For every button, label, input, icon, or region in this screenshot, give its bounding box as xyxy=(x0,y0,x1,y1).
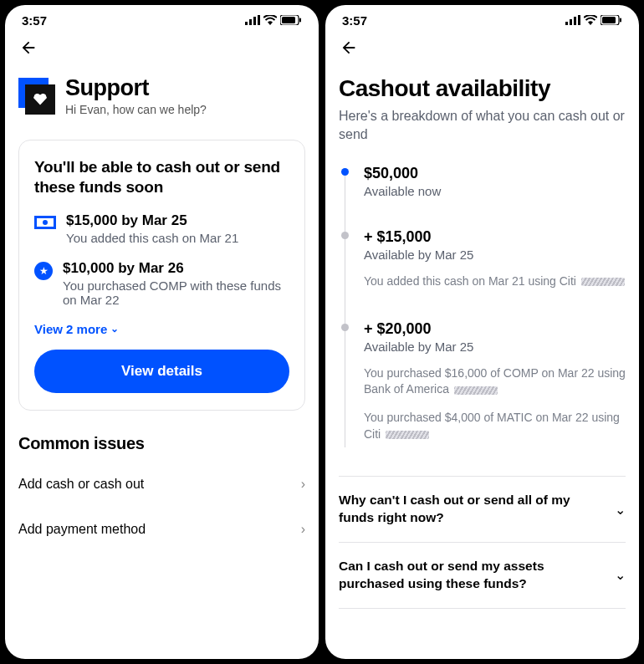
fund-headline: $10,000 by Mar 26 xyxy=(63,260,289,277)
faq-list: Why can't I cash out or send all of my f… xyxy=(339,476,626,609)
chevron-down-icon: ⌄ xyxy=(110,323,119,335)
fund-subtext: You added this cash on Mar 21 xyxy=(66,231,238,245)
support-heart-icon xyxy=(18,78,55,115)
svg-rect-13 xyxy=(620,18,621,23)
redacted-account-icon xyxy=(386,431,429,439)
timeline-item: + $15,000 Available by Mar 25 You added … xyxy=(364,228,626,320)
faq-question: Can I cash out or send my assets purchas… xyxy=(339,558,606,593)
view-more-label: View 2 more xyxy=(34,322,107,336)
chevron-right-icon: › xyxy=(301,477,305,492)
support-content: Support Hi Evan, how can we help? You'll… xyxy=(5,60,319,659)
timeline-note: You purchased $16,000 of COMP on Mar 22 … xyxy=(364,365,626,398)
svg-rect-7 xyxy=(565,22,568,25)
fund-headline: $15,000 by Mar 25 xyxy=(66,212,238,229)
timeline-note: You purchased $4,000 of MATIC on Mar 22 … xyxy=(364,410,626,442)
timeline-dot-icon xyxy=(341,168,349,176)
common-issue-row[interactable]: Add payment method › xyxy=(18,507,305,552)
svg-rect-6 xyxy=(299,18,301,23)
status-bar: 3:57 xyxy=(325,5,639,31)
cashout-screen: 3:57 Cashout availability Here's a break… xyxy=(325,5,639,659)
timeline-sub: Available by Mar 25 xyxy=(364,248,626,262)
timeline-item: $50,000 Available now xyxy=(364,165,626,228)
chevron-right-icon: › xyxy=(301,522,305,537)
page-title: Cashout availability xyxy=(339,75,626,102)
support-header: Support Hi Evan, how can we help? xyxy=(18,60,305,125)
svg-rect-3 xyxy=(258,15,260,25)
timeline-amount: $50,000 xyxy=(364,165,626,182)
availability-timeline: $50,000 Available now + $15,000 Availabl… xyxy=(339,165,626,472)
cashout-content: Cashout availability Here's a breakdown … xyxy=(325,60,639,659)
svg-rect-1 xyxy=(249,19,252,25)
page-title: Support xyxy=(65,75,207,101)
fund-row: $15,000 by Mar 25 You added this cash on… xyxy=(34,212,289,245)
svg-rect-12 xyxy=(602,17,616,23)
view-more-link[interactable]: View 2 more ⌄ xyxy=(34,322,119,336)
page-subtitle: Here's a breakdown of what you can cash … xyxy=(339,107,626,143)
svg-rect-2 xyxy=(253,17,256,25)
fund-row: $10,000 by Mar 26 You purchased COMP wit… xyxy=(34,260,289,307)
signal-icon xyxy=(565,13,580,28)
svg-rect-10 xyxy=(578,15,580,25)
star-icon xyxy=(34,262,53,280)
list-item-label: Add cash or cash out xyxy=(18,477,144,492)
status-icons xyxy=(245,13,302,28)
timeline-dot-icon xyxy=(341,324,349,331)
fund-subtext: You purchased COMP with these funds on M… xyxy=(63,278,289,307)
battery-icon xyxy=(601,13,622,28)
timeline-note: You added this cash on Mar 21 using Citi xyxy=(364,273,626,290)
status-bar: 3:57 xyxy=(5,5,319,31)
redacted-account-icon xyxy=(581,278,625,286)
view-details-button[interactable]: View details xyxy=(34,350,289,393)
wifi-icon xyxy=(263,13,277,28)
cash-icon xyxy=(34,216,56,229)
timeline-sub: Available now xyxy=(364,184,626,198)
wifi-icon xyxy=(584,13,597,28)
funds-card-title: You'll be able to cash out or send these… xyxy=(34,157,289,197)
signal-icon xyxy=(245,13,260,28)
timeline-sub: Available by Mar 25 xyxy=(364,340,626,354)
common-issues-heading: Common issues xyxy=(18,434,305,453)
status-icons xyxy=(565,13,622,28)
svg-rect-5 xyxy=(282,17,295,23)
status-time: 3:57 xyxy=(342,13,367,28)
timeline-amount: + $20,000 xyxy=(364,320,626,338)
svg-rect-8 xyxy=(570,19,572,25)
timeline-item: + $20,000 Available by Mar 25 You purcha… xyxy=(364,320,626,472)
battery-icon xyxy=(280,13,302,28)
back-button[interactable] xyxy=(339,38,359,58)
list-item-label: Add payment method xyxy=(18,522,146,537)
faq-row[interactable]: Can I cash out or send my assets purchas… xyxy=(339,542,626,609)
faq-row[interactable]: Why can't I cash out or send all of my f… xyxy=(339,476,626,542)
nav-bar xyxy=(5,31,319,60)
back-button[interactable] xyxy=(18,38,38,58)
common-issue-row[interactable]: Add cash or cash out › xyxy=(18,462,305,507)
timeline-line xyxy=(345,173,345,447)
support-screen: 3:57 Support Hi Evan, how can we xyxy=(5,5,319,659)
status-time: 3:57 xyxy=(22,13,47,28)
nav-bar xyxy=(325,31,639,60)
support-greeting: Hi Evan, how can we help? xyxy=(65,103,207,116)
redacted-account-icon xyxy=(454,386,498,395)
funds-card: You'll be able to cash out or send these… xyxy=(18,140,305,411)
timeline-dot-icon xyxy=(341,232,349,239)
svg-rect-0 xyxy=(245,22,248,25)
svg-rect-9 xyxy=(574,17,576,25)
chevron-down-icon: ⌄ xyxy=(615,502,626,518)
timeline-amount: + $15,000 xyxy=(364,228,626,246)
faq-question: Why can't I cash out or send all of my f… xyxy=(339,492,606,527)
chevron-down-icon: ⌄ xyxy=(615,567,626,583)
